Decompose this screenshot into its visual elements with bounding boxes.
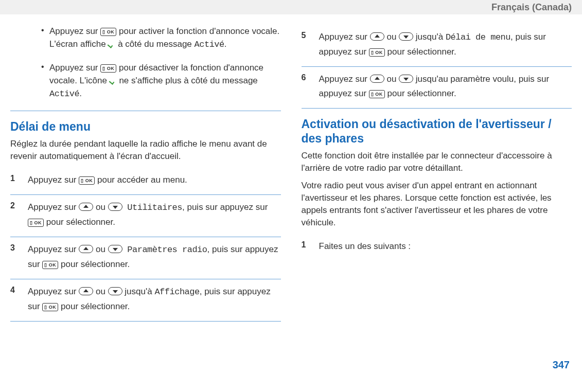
step-body: Appuyez sur ou Paramètres radio, puis su… [28,242,281,272]
step-item: 2 Appuyez sur ou Utilitaires, puis sur a… [10,195,281,237]
step-item: 5 Appuyez sur ou jusqu'à Délai de menu, … [302,25,572,67]
up-icon [370,32,384,41]
down-icon [399,32,413,41]
step-number: 1 [302,239,319,254]
step-item: 3 Appuyez sur ou Paramètres radio, puis … [10,237,281,279]
check-icon [109,41,115,47]
divider [10,111,281,111]
check-icon [110,78,116,84]
up-icon [79,245,93,253]
step-item: 6 Appuyez sur ou jusqu'au paramètre voul… [302,67,572,109]
step-body: Appuyez sur ou jusqu'à Affichage, puis s… [28,284,281,314]
language-label: Français (Canada) [491,2,572,13]
ok-icon: ▯ OK [369,48,385,57]
step-item: 1 Faites un des suivants : [302,234,572,261]
up-icon [370,75,384,83]
ok-icon: ▯ OK [100,28,116,36]
bullet-text: Appuyez sur ▯ OK pour activer la fonctio… [49,25,281,51]
down-icon [108,287,122,295]
ok-icon: ▯ OK [369,90,385,98]
step-body: Appuyez sur ou jusqu'au paramètre voulu,… [319,72,572,101]
section-heading-horn: Activation ou désactivation de l'avertis… [302,117,572,146]
section-heading-delai: Délai de menu [10,119,281,134]
step-number: 4 [10,284,28,314]
page-content: • Appuyez sur ▯ OK pour activer la fonct… [0,14,582,359]
step-body: Faites un des suivants : [319,239,572,254]
section-intro: Réglez la durée pendant laquelle la radi… [10,138,281,163]
step-body: Appuyez sur ou Utilitaires, puis sur app… [28,200,281,229]
step-item: 4 Appuyez sur ou jusqu'à Affichage, puis… [10,279,281,322]
down-icon [108,245,122,253]
ok-icon: ▯ OK [28,219,44,227]
bullet-text: Appuyez sur ▯ OK pour désactiver la fonc… [49,61,281,100]
bullet-marker: • [41,25,49,51]
step-body: Appuyez sur ▯ OK pour accéder au menu. [28,173,281,187]
up-icon [79,203,93,211]
step-number: 6 [302,72,319,101]
step-number: 3 [10,242,28,272]
section-p1: Cette fonction doit être installée par l… [302,150,572,174]
bullet-item: • Appuyez sur ▯ OK pour désactiver la fo… [41,61,281,100]
up-icon [79,287,93,295]
ok-icon: ▯ OK [42,303,58,311]
bullet-item: • Appuyez sur ▯ OK pour activer la fonct… [41,25,281,51]
page-number: 347 [0,359,582,378]
header-bar: Français (Canada) [0,0,582,14]
down-icon [108,203,122,211]
step-number: 2 [10,200,28,229]
step-number: 1 [10,173,28,187]
step-number: 5 [302,30,319,59]
ok-icon: ▯ OK [100,64,116,73]
ok-icon: ▯ OK [42,261,58,269]
bullet-marker: • [41,61,49,100]
down-icon [399,75,413,83]
step-body: Appuyez sur ou jusqu'à Délai de menu, pu… [319,30,572,59]
ok-icon: ▯ OK [79,176,95,185]
section-p2: Votre radio peut vous aviser d'un appel … [302,180,572,229]
step-item: 1 Appuyez sur ▯ OK pour accéder au menu. [10,168,281,195]
